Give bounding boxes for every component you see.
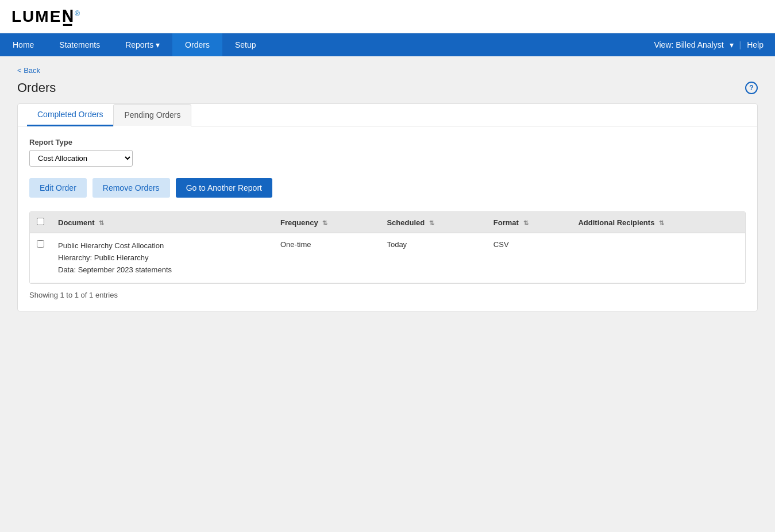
back-link[interactable]: < Back <box>17 66 40 75</box>
frequency-sort-icon[interactable]: ⇅ <box>322 219 327 227</box>
orders-card: Completed Orders Pending Orders Report T… <box>17 103 758 311</box>
tab-pending-orders[interactable]: Pending Orders <box>113 104 191 126</box>
tab-completed-orders[interactable]: Completed Orders <box>27 104 113 126</box>
report-type-label: Report Type <box>29 138 746 147</box>
table-row: Public Hierarchy Cost Allocation Hierarc… <box>30 233 745 283</box>
header-additional-recipients: Additional Recipients ⇅ <box>571 212 745 233</box>
format-sort-icon[interactable]: ⇅ <box>523 219 529 227</box>
nav-right: View: Billed Analyst ▾ | Help <box>654 40 775 49</box>
edit-order-button[interactable]: Edit Order <box>29 178 87 198</box>
nav-setup[interactable]: Setup <box>222 33 269 56</box>
report-type-select[interactable]: Cost Allocation Summary Detail <box>29 150 133 167</box>
row-additional-recipients <box>571 233 745 283</box>
tabs-container: Completed Orders Pending Orders <box>18 104 757 126</box>
help-icon[interactable]: ? <box>745 82 758 94</box>
scheduled-sort-icon[interactable]: ⇅ <box>429 219 434 227</box>
document-lines: Public Hierarchy Cost Allocation Hierarc… <box>58 240 267 276</box>
header-format: Format ⇅ <box>487 212 572 233</box>
buttons-row: Edit Order Remove Orders Go to Another R… <box>29 178 746 198</box>
document-line2: Hierarchy: Public Hierarchy <box>58 252 267 264</box>
row-format: CSV <box>487 233 572 283</box>
nav-statements[interactable]: Statements <box>47 33 113 56</box>
entries-info: Showing 1 to 1 of 1 entries <box>29 291 746 299</box>
top-header: LUMEN̲® <box>0 0 775 33</box>
row-scheduled: Today <box>380 233 486 283</box>
nav-left: Home Statements Reports ▾ Orders Setup <box>0 33 654 56</box>
row-document: Public Hierarchy Cost Allocation Hierarc… <box>51 233 273 283</box>
orders-table-container: Document ⇅ Frequency ⇅ Scheduled ⇅ <box>29 211 746 284</box>
document-line1: Public Hierarchy Cost Allocation <box>58 240 267 252</box>
view-billed-analyst[interactable]: View: Billed Analyst <box>654 40 723 49</box>
select-all-checkbox[interactable] <box>37 218 44 225</box>
row-checkbox[interactable] <box>37 240 44 248</box>
orders-table: Document ⇅ Frequency ⇅ Scheduled ⇅ <box>30 212 745 283</box>
nav-bar: Home Statements Reports ▾ Orders Setup V… <box>0 33 775 56</box>
nav-orders[interactable]: Orders <box>172 33 222 56</box>
nav-help[interactable]: Help <box>747 40 764 49</box>
remove-orders-button[interactable]: Remove Orders <box>92 178 170 198</box>
nav-home[interactable]: Home <box>0 33 47 56</box>
header-frequency-label: Frequency <box>280 218 318 227</box>
header-additional-recipients-label: Additional Recipients <box>578 218 654 227</box>
additional-recipients-sort-icon[interactable]: ⇅ <box>659 219 664 227</box>
header-frequency: Frequency ⇅ <box>273 212 380 233</box>
page-title-row: Orders ? <box>17 80 758 95</box>
document-sort-icon[interactable]: ⇅ <box>99 219 104 227</box>
content-area: < Back Orders ? Completed Orders Pending… <box>0 56 775 321</box>
header-format-label: Format <box>493 218 519 227</box>
table-header-row: Document ⇅ Frequency ⇅ Scheduled ⇅ <box>30 212 745 233</box>
header-scheduled: Scheduled ⇅ <box>380 212 486 233</box>
row-frequency: One-time <box>273 233 380 283</box>
row-checkbox-cell <box>30 233 51 283</box>
card-body: Report Type Cost Allocation Summary Deta… <box>18 126 757 311</box>
header-checkbox <box>30 212 51 233</box>
logo-reg: ® <box>75 10 81 18</box>
page-title: Orders <box>17 80 56 95</box>
document-line3: Data: September 2023 statements <box>58 264 267 276</box>
nav-reports[interactable]: Reports ▾ <box>113 33 172 56</box>
header-scheduled-label: Scheduled <box>387 218 425 227</box>
nav-separator: | <box>739 40 742 49</box>
header-document: Document ⇅ <box>51 212 273 233</box>
go-to-another-report-button[interactable]: Go to Another Report <box>176 178 272 198</box>
header-document-label: Document <box>58 218 95 227</box>
nav-view-dropdown-icon[interactable]: ▾ <box>730 40 734 49</box>
logo: LUMEN̲® <box>11 7 764 26</box>
